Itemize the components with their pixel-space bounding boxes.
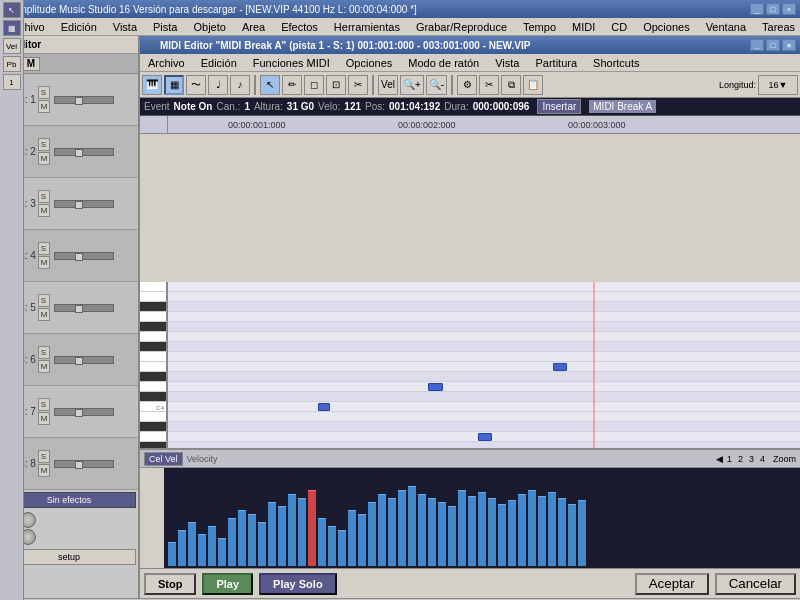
cancelar-button[interactable]: Cancelar [715,573,796,595]
track-fader-5[interactable] [54,304,114,312]
toolbar-select-btn[interactable]: ⊡ [326,75,346,95]
piano-key-70[interactable] [140,422,167,432]
menu-efectos[interactable]: Efectos [277,21,322,33]
piano-key-79[interactable] [140,332,167,342]
menu-grabar/reproduce[interactable]: Grabar/Reproduce [412,21,511,33]
toolbar-score-btn[interactable]: ♩ [208,75,228,95]
toolbar-pencil-btn[interactable]: ✏ [282,75,302,95]
velocity-bar-19[interactable] [358,514,366,566]
grid-area[interactable] [168,282,800,448]
velocity-bar-41[interactable] [578,500,586,566]
velocity-bar-8[interactable] [248,514,256,566]
velocity-bar-11[interactable] [278,506,286,566]
velocity-bar-40[interactable] [568,504,576,566]
velocity-bar-22[interactable] [388,498,396,566]
piano-key-82[interactable] [140,302,167,312]
velocity-bar-18[interactable] [348,510,356,566]
midi-menu-vista[interactable]: Vista [491,57,523,69]
velocity-bar-7[interactable] [238,510,246,566]
zoom-1[interactable]: 1 [725,454,734,464]
track-fader-3[interactable] [54,200,114,208]
velocity-bar-23[interactable] [398,490,406,566]
midi-menu-archivo[interactable]: Archivo [144,57,189,69]
toolbar-wave-btn[interactable]: 〜 [186,75,206,95]
velocity-area[interactable] [164,468,800,568]
track-m-btn-2[interactable]: M [38,152,51,165]
toolbar-paste-btn[interactable]: 📋 [523,75,543,95]
zoom-2[interactable]: 2 [736,454,745,464]
velocity-bar-12[interactable] [288,494,296,566]
track-fader-4[interactable] [54,252,114,260]
menu-midi[interactable]: MIDI [568,21,599,33]
midi-note-39[interactable] [553,363,567,371]
track-fader-7[interactable] [54,408,114,416]
toolbar-split-btn[interactable]: ✂ [348,75,368,95]
longtitud-value[interactable]: 16▼ [758,75,798,95]
velocity-bar-26[interactable] [428,498,436,566]
menu-vista[interactable]: Vista [109,21,141,33]
minimize-button[interactable]: _ [750,3,764,15]
toolbar-settings-btn[interactable]: ⚙ [457,75,477,95]
velocity-bar-13[interactable] [298,498,306,566]
track-m-btn-6[interactable]: M [38,360,51,373]
menu-tareas[interactable]: Tareas [758,21,799,33]
toolbar-eraser-btn[interactable]: ◻ [304,75,324,95]
toolbar-vel-btn[interactable]: Vel [378,75,398,95]
toolbar-grid-btn[interactable]: ▦ [164,75,184,95]
track-m-btn-7[interactable]: M [38,412,51,425]
velocity-bar-2[interactable] [188,522,196,566]
midi-menu-opciones[interactable]: Opciones [342,57,396,69]
velocity-bar-31[interactable] [478,492,486,566]
menu-objeto[interactable]: Objeto [190,21,230,33]
velocity-bar-35[interactable] [518,494,526,566]
velocity-bar-38[interactable] [548,492,556,566]
velocity-bar-0[interactable] [168,542,176,566]
piano-key-83[interactable] [140,292,167,302]
velocity-bar-33[interactable] [498,504,506,566]
piano-key-71[interactable] [140,412,167,422]
velocity-bar-3[interactable] [198,534,206,566]
menu-cd[interactable]: CD [607,21,631,33]
midi-menu-modo-de-ratón[interactable]: Modo de ratón [404,57,483,69]
menu-ventana[interactable]: Ventana [702,21,750,33]
velocity-bar-36[interactable] [528,490,536,566]
velocity-bar-37[interactable] [538,496,546,566]
midi-note-38[interactable] [428,383,443,391]
piano-key-73[interactable] [140,392,167,402]
track-m-btn-1[interactable]: M [38,100,51,113]
track-s-btn-4[interactable]: S [38,242,51,255]
zoom-4[interactable]: 4 [758,454,767,464]
zoom-3[interactable]: 3 [747,454,756,464]
velocity-bar-21[interactable] [378,494,386,566]
menu-pista[interactable]: Pista [149,21,181,33]
velocity-bar-4[interactable] [208,526,216,566]
menu-opciones[interactable]: Opciones [639,21,693,33]
midi-note-37[interactable] [318,403,330,411]
track-s-btn-8[interactable]: S [38,450,51,463]
piano-key-76[interactable] [140,362,167,372]
menu-edición[interactable]: Edición [57,21,101,33]
track-s-btn-1[interactable]: S [38,86,51,99]
velocity-bar-9[interactable] [258,522,266,566]
menu-tempo[interactable]: Tempo [519,21,560,33]
menu-herramientas[interactable]: Herramientas [330,21,404,33]
piano-key-72[interactable]: C4 [140,402,167,412]
velocity-bar-5[interactable] [218,538,226,566]
velocity-bar-10[interactable] [268,502,276,566]
midi-note-36[interactable] [478,433,492,441]
menu-area[interactable]: Area [238,21,269,33]
velocity-bar-20[interactable] [368,502,376,566]
velocity-bar-29[interactable] [458,490,466,566]
velocity-bar-32[interactable] [488,498,496,566]
midi-menu-edición[interactable]: Edición [197,57,241,69]
velocity-bar-24[interactable] [408,486,416,566]
velocity-bar-16[interactable] [328,526,336,566]
track-m-btn-3[interactable]: M [38,204,51,217]
piano-key-68[interactable] [140,442,167,448]
midi-menu-partitura[interactable]: Partitura [531,57,581,69]
track-fader-8[interactable] [54,460,114,468]
piano-key-81[interactable] [140,312,167,322]
track-m-btn-8[interactable]: M [38,464,51,477]
piano-key-75[interactable] [140,372,167,382]
aceptar-button[interactable]: Aceptar [635,573,709,595]
